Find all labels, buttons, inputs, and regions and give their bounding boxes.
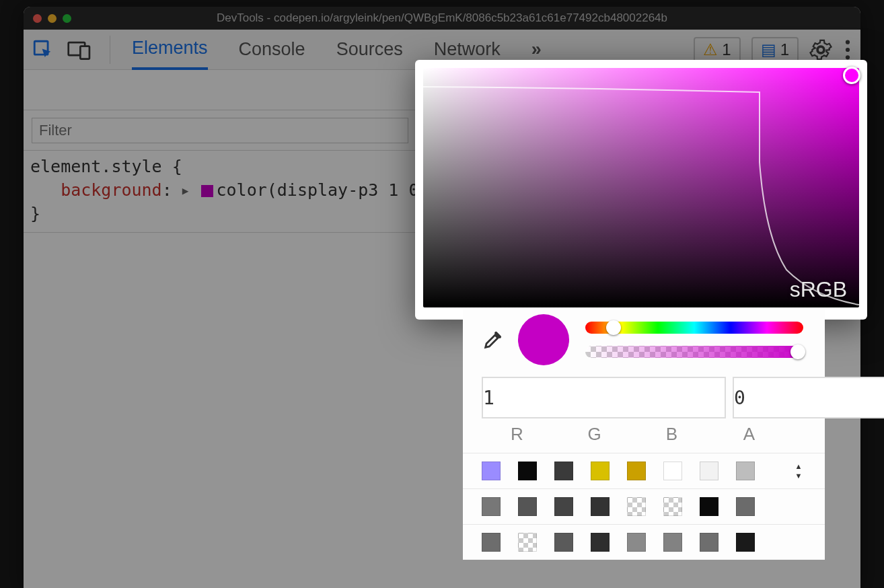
- warning-count-value: 1: [722, 40, 731, 59]
- caret-icon[interactable]: ▶: [182, 184, 189, 198]
- palette-swatch[interactable]: [663, 533, 682, 552]
- inspect-icon[interactable]: [32, 38, 54, 61]
- tab-sources[interactable]: Sources: [336, 30, 403, 69]
- svg-point-5: [846, 47, 850, 51]
- kebab-menu-icon[interactable]: [843, 38, 852, 61]
- palette-swatch[interactable]: [663, 462, 682, 480]
- saturation-thumb[interactable]: [843, 67, 860, 84]
- palette-swatch[interactable]: [554, 462, 573, 480]
- palette-swatch[interactable]: [736, 533, 755, 552]
- alpha-slider[interactable]: [585, 346, 803, 358]
- palette-swatch[interactable]: [700, 462, 719, 480]
- minimize-window-button[interactable]: [48, 14, 57, 23]
- color-picker-controls: ▲▼ R G B A ▲▼: [463, 309, 825, 560]
- svg-point-4: [846, 40, 850, 44]
- palette-swatch[interactable]: [518, 497, 537, 516]
- styles-filter-input[interactable]: [32, 118, 408, 143]
- palette-swatch[interactable]: [700, 497, 719, 516]
- palette-swatch[interactable]: [518, 533, 537, 552]
- eyedropper-button[interactable]: [480, 327, 506, 353]
- color-swatch[interactable]: [201, 185, 213, 197]
- palette-swatch[interactable]: [591, 462, 610, 480]
- palette-swatch[interactable]: [554, 497, 573, 516]
- channel-b-label: B: [636, 424, 707, 445]
- hue-slider[interactable]: [585, 322, 803, 334]
- svg-rect-2: [80, 46, 89, 59]
- svg-point-3: [818, 46, 824, 52]
- palette-swatch[interactable]: [736, 497, 755, 516]
- palette-swatch[interactable]: [700, 533, 719, 552]
- saturation-value-field[interactable]: sRGB: [423, 68, 859, 307]
- svg-point-6: [846, 55, 850, 59]
- channel-g-label: G: [559, 424, 630, 445]
- css-property-value[interactable]: color(display-p3 1 0: [216, 180, 418, 200]
- issue-icon: [761, 40, 776, 59]
- palette-swatch[interactable]: [591, 533, 610, 552]
- palette-swatch[interactable]: [591, 497, 610, 516]
- selector: element.style: [30, 157, 162, 176]
- channel-g-input[interactable]: [733, 377, 884, 418]
- palette-swatch[interactable]: [627, 533, 646, 552]
- channel-r-label: R: [482, 424, 552, 445]
- palette-swatch[interactable]: [518, 462, 537, 480]
- gamut-boundary-line: [423, 68, 859, 307]
- tab-console[interactable]: Console: [239, 30, 305, 69]
- window-title: DevTools - codepen.io/argyleink/pen/QWBg…: [24, 11, 860, 25]
- close-window-button[interactable]: [33, 14, 42, 23]
- palette-swatch[interactable]: [482, 533, 501, 552]
- settings-icon[interactable]: [809, 38, 832, 61]
- palette-row-3: [463, 524, 825, 560]
- palette-toggle[interactable]: ▲▼: [791, 462, 806, 480]
- warning-count[interactable]: 1: [694, 37, 740, 63]
- issue-count-value: 1: [780, 40, 789, 59]
- warning-icon: [703, 40, 718, 59]
- palette-swatch[interactable]: [627, 462, 646, 480]
- traffic-lights: [33, 14, 71, 23]
- hue-thumb[interactable]: [606, 320, 621, 335]
- tab-elements[interactable]: Elements: [132, 29, 208, 70]
- palette-row-1: ▲▼: [463, 453, 825, 488]
- channel-a-label: A: [714, 424, 784, 445]
- alpha-thumb[interactable]: [790, 344, 805, 359]
- palette-swatch[interactable]: [482, 462, 501, 480]
- color-picker: sRGB: [415, 60, 867, 320]
- palette-swatch[interactable]: [627, 497, 646, 516]
- channel-r-input[interactable]: [482, 377, 726, 418]
- device-toolbar-icon[interactable]: [67, 38, 92, 61]
- palette-swatch[interactable]: [482, 497, 501, 516]
- palette-row-2: [463, 488, 825, 524]
- issue-count[interactable]: 1: [751, 37, 799, 63]
- css-property-name[interactable]: background: [61, 180, 162, 200]
- zoom-window-button[interactable]: [63, 14, 71, 23]
- current-color-preview: [518, 314, 569, 365]
- palette-swatch[interactable]: [554, 533, 573, 552]
- palette-swatch[interactable]: [663, 497, 682, 516]
- gamut-label: sRGB: [790, 277, 847, 302]
- titlebar: DevTools - codepen.io/argyleink/pen/QWBg…: [24, 7, 860, 30]
- palette-swatch[interactable]: [736, 462, 755, 480]
